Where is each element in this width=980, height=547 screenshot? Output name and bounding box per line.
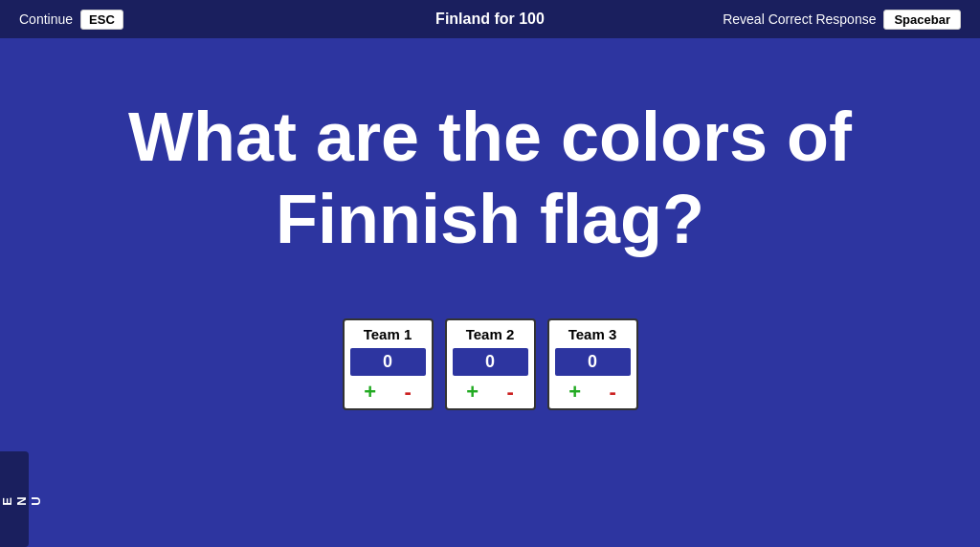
team-1-controls: + - xyxy=(350,382,426,403)
team-1-minus-button[interactable]: - xyxy=(404,382,411,403)
teams-area: Team 1 0 + - Team 2 0 + - Team 3 0 + - xyxy=(343,318,638,410)
reveal-correct-label: Reveal Correct Response xyxy=(723,11,876,27)
menu-button[interactable]: MENU xyxy=(0,451,29,547)
continue-label: Continue xyxy=(19,11,73,27)
team-card-2: Team 2 0 + - xyxy=(445,318,536,410)
team-3-score: 0 xyxy=(555,348,631,376)
team-2-score: 0 xyxy=(453,348,528,376)
spacebar-key[interactable]: Spacebar xyxy=(883,10,961,30)
team-card-3: Team 3 0 + - xyxy=(547,318,638,410)
team-3-controls: + - xyxy=(555,382,631,403)
top-bar-left: Continue ESC xyxy=(19,10,123,30)
question-category-title: Finland for 100 xyxy=(435,11,545,28)
team-2-minus-button[interactable]: - xyxy=(506,382,513,403)
menu-label: MENU xyxy=(0,493,43,506)
team-3-plus-button[interactable]: + xyxy=(568,382,581,403)
top-bar: Continue ESC Finland for 100 Reveal Corr… xyxy=(0,0,980,38)
team-1-score: 0 xyxy=(350,348,426,376)
team-1-name: Team 1 xyxy=(364,326,412,342)
team-1-plus-button[interactable]: + xyxy=(364,382,376,403)
team-3-name: Team 3 xyxy=(568,326,617,342)
question-text: What are the colors of Finnish flag? xyxy=(35,96,945,261)
esc-key[interactable]: ESC xyxy=(80,10,123,30)
team-card-1: Team 1 0 + - xyxy=(343,318,434,410)
team-2-name: Team 2 xyxy=(466,326,515,342)
team-3-minus-button[interactable]: - xyxy=(609,382,615,403)
main-content: What are the colors of Finnish flag? Tea… xyxy=(0,38,980,547)
team-2-plus-button[interactable]: + xyxy=(466,382,479,403)
team-2-controls: + - xyxy=(453,382,528,403)
top-bar-right: Reveal Correct Response Spacebar xyxy=(723,10,961,30)
